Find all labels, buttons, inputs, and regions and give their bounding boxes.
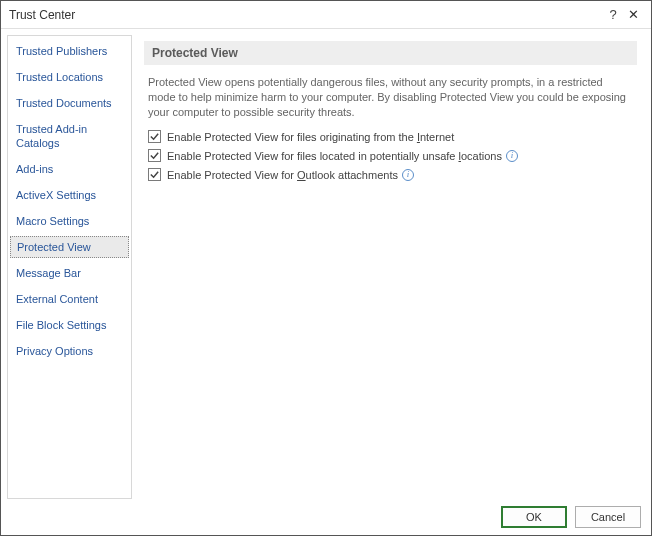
option-label: Enable Protected View for Outlook attach… — [167, 169, 398, 181]
main-panel: Protected View Protected View opens pote… — [132, 35, 645, 499]
sidebar-item-trusted-publishers[interactable]: Trusted Publishers — [8, 40, 131, 62]
help-icon[interactable]: ? — [603, 7, 623, 22]
checkbox-internet[interactable] — [148, 130, 161, 143]
info-icon[interactable]: i — [506, 150, 518, 162]
dialog-body: Trusted Publishers Trusted Locations Tru… — [1, 29, 651, 499]
sidebar-item-file-block-settings[interactable]: File Block Settings — [8, 314, 131, 336]
sidebar-item-message-bar[interactable]: Message Bar — [8, 262, 131, 284]
option-outlook-attachments[interactable]: Enable Protected View for Outlook attach… — [148, 168, 637, 181]
checkbox-unsafe-locations[interactable] — [148, 149, 161, 162]
window-title: Trust Center — [9, 8, 603, 22]
close-icon[interactable]: ✕ — [623, 7, 643, 22]
sidebar-item-trusted-documents[interactable]: Trusted Documents — [8, 92, 131, 114]
sidebar: Trusted Publishers Trusted Locations Tru… — [7, 35, 132, 499]
sidebar-item-activex-settings[interactable]: ActiveX Settings — [8, 184, 131, 206]
option-unsafe-locations[interactable]: Enable Protected View for files located … — [148, 149, 637, 162]
info-icon[interactable]: i — [402, 169, 414, 181]
cancel-button[interactable]: Cancel — [575, 506, 641, 528]
sidebar-item-external-content[interactable]: External Content — [8, 288, 131, 310]
sidebar-item-protected-view[interactable]: Protected View — [10, 236, 129, 258]
section-description: Protected View opens potentially dangero… — [148, 75, 633, 120]
sidebar-item-macro-settings[interactable]: Macro Settings — [8, 210, 131, 232]
section-header: Protected View — [144, 41, 637, 65]
checkbox-outlook-attachments[interactable] — [148, 168, 161, 181]
sidebar-item-trusted-addin-catalogs[interactable]: Trusted Add-in Catalogs — [8, 118, 131, 154]
trust-center-window: Trust Center ? ✕ Trusted Publishers Trus… — [0, 0, 652, 536]
title-bar: Trust Center ? ✕ — [1, 1, 651, 29]
option-internet[interactable]: Enable Protected View for files originat… — [148, 130, 637, 143]
sidebar-item-privacy-options[interactable]: Privacy Options — [8, 340, 131, 362]
sidebar-item-add-ins[interactable]: Add-ins — [8, 158, 131, 180]
ok-button[interactable]: OK — [501, 506, 567, 528]
option-label: Enable Protected View for files located … — [167, 150, 502, 162]
dialog-footer: OK Cancel — [1, 499, 651, 535]
option-label: Enable Protected View for files originat… — [167, 131, 454, 143]
sidebar-item-trusted-locations[interactable]: Trusted Locations — [8, 66, 131, 88]
